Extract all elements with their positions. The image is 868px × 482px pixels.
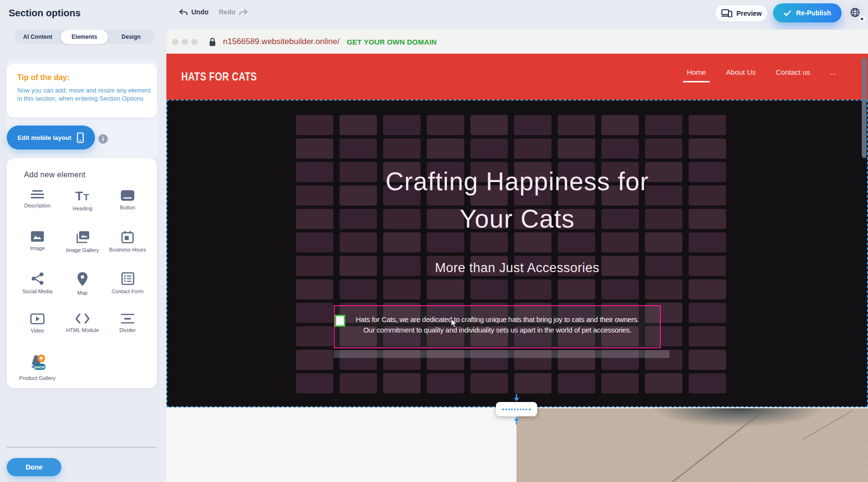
browser-dot bbox=[191, 39, 198, 45]
redo-button[interactable]: Redo bbox=[219, 8, 248, 16]
hero-tile bbox=[383, 115, 421, 135]
tab-design[interactable]: Design bbox=[108, 30, 154, 44]
element-item-image-gallery[interactable]: Image Gallery bbox=[60, 229, 105, 270]
hero-tile bbox=[601, 138, 639, 159]
selected-paragraph-element[interactable]: Hats for Cats, we are dedicated to craft… bbox=[334, 305, 661, 348]
element-grid: Description T T Heading Button Image bbox=[15, 188, 150, 394]
hero-tile bbox=[427, 115, 464, 135]
hero-tile bbox=[427, 373, 464, 393]
page-title: Section options bbox=[9, 8, 81, 19]
hero-subheading[interactable]: More than Just Accessories bbox=[167, 261, 867, 275]
element-item-html-module[interactable]: HTML Module bbox=[60, 311, 105, 353]
undo-button[interactable]: Undo bbox=[178, 8, 209, 16]
nav-home[interactable]: Home bbox=[685, 68, 708, 76]
tab-elements[interactable]: Elements bbox=[61, 30, 107, 44]
html-code-icon bbox=[75, 313, 90, 324]
preview-button[interactable]: Preview bbox=[715, 4, 768, 22]
section-options-tabs: AI Content Elements Design bbox=[14, 30, 154, 44]
get-domain-link[interactable]: GET YOUR OWN DOMAIN bbox=[347, 38, 437, 46]
edit-mobile-layout-button[interactable]: Edit mobile layout bbox=[7, 126, 95, 149]
product-gallery-icon: SHOP bbox=[28, 355, 47, 372]
hero-section-selected[interactable]: Crafting Happiness for Your Cats More th… bbox=[166, 100, 868, 407]
globe-status-dot bbox=[859, 16, 865, 22]
hero-tile bbox=[601, 115, 639, 135]
paragraph-line2: Our commitment to quality and individual… bbox=[335, 325, 660, 335]
element-item-video[interactable]: Video bbox=[15, 311, 60, 353]
hero-tile bbox=[340, 138, 377, 159]
selection-resize-handle[interactable] bbox=[335, 315, 345, 327]
site-logo[interactable]: HATS FOR CATS bbox=[181, 70, 257, 83]
social-media-icon bbox=[31, 272, 44, 285]
button-icon bbox=[120, 190, 135, 201]
element-item-map[interactable]: Map bbox=[60, 270, 105, 311]
language-globe-button[interactable] bbox=[846, 3, 864, 22]
tip-of-the-day-card: Tip of the day: Now you can add, move an… bbox=[7, 64, 157, 117]
image-icon bbox=[31, 231, 44, 242]
hero-heading-line2: Your Cats bbox=[167, 200, 867, 238]
description-icon bbox=[30, 190, 45, 199]
element-item-contact-form[interactable]: Contact Form bbox=[105, 270, 150, 311]
hero-tile bbox=[514, 138, 551, 159]
hero-tile bbox=[689, 326, 726, 346]
edit-mobile-layout-label: Edit mobile layout bbox=[18, 134, 71, 141]
image-gallery-icon bbox=[75, 231, 90, 244]
hero-tile bbox=[340, 279, 377, 299]
hero-tile bbox=[689, 373, 726, 393]
tip-body: Now you can add, move and resize any ele… bbox=[17, 86, 151, 103]
element-item-heading[interactable]: T T Heading bbox=[60, 188, 105, 229]
section-resize-handle[interactable] bbox=[496, 402, 537, 416]
globe-icon bbox=[849, 7, 861, 18]
browser-dot bbox=[172, 39, 178, 45]
hero-tile bbox=[470, 279, 508, 299]
hero-tile bbox=[514, 115, 551, 135]
element-item-social-media[interactable]: Social Media bbox=[15, 270, 60, 311]
hero-tile bbox=[383, 138, 421, 159]
element-item-description[interactable]: Description bbox=[15, 188, 60, 229]
heading-icon: T T bbox=[74, 190, 91, 202]
contact-form-icon bbox=[121, 272, 134, 285]
hero-tile bbox=[427, 279, 464, 299]
business-hours-icon bbox=[121, 231, 134, 243]
svg-text:T: T bbox=[75, 190, 83, 202]
element-item-image[interactable]: Image bbox=[15, 229, 60, 270]
shop-badge: SHOP bbox=[34, 365, 45, 369]
done-button[interactable]: Done bbox=[7, 458, 61, 476]
canvas-scrollbar-thumb[interactable] bbox=[862, 57, 867, 158]
redo-icon bbox=[239, 9, 248, 16]
site-nav: Home About Us Contact us ... bbox=[685, 68, 838, 76]
browser-chrome-bar: n1566589.websitebuilder.online/ GET YOUR… bbox=[166, 30, 868, 54]
hero-tile bbox=[689, 303, 726, 323]
hero-tile bbox=[427, 138, 464, 159]
check-icon bbox=[784, 10, 791, 16]
preview-label: Preview bbox=[737, 10, 762, 17]
hero-tile bbox=[340, 115, 377, 135]
element-item-business-hours[interactable]: Business Hours bbox=[105, 229, 150, 270]
element-item-divider[interactable]: Divider bbox=[105, 311, 150, 353]
divider-icon bbox=[120, 313, 135, 324]
hero-tile bbox=[558, 279, 595, 299]
element-item-product-gallery[interactable]: SHOP Product Gallery bbox=[15, 353, 60, 394]
tab-ai-content[interactable]: AI Content bbox=[14, 30, 61, 44]
hero-tile bbox=[470, 138, 508, 159]
hero-tile bbox=[514, 279, 551, 299]
nav-contact-us[interactable]: Contact us bbox=[774, 68, 812, 76]
hero-tile bbox=[689, 350, 726, 370]
browser-dot bbox=[182, 39, 188, 45]
nav-about-us[interactable]: About Us bbox=[724, 68, 758, 76]
republish-button[interactable]: Re-Publish bbox=[773, 3, 842, 23]
hero-tile bbox=[470, 115, 508, 135]
arrow-down-icon bbox=[513, 394, 520, 402]
hero-heading[interactable]: Crafting Happiness for Your Cats bbox=[167, 163, 867, 238]
hero-tile bbox=[689, 115, 726, 135]
hero-tile bbox=[296, 115, 333, 135]
hero-heading-line1: Crafting Happiness for bbox=[167, 163, 867, 200]
nav-more[interactable]: ... bbox=[828, 68, 838, 76]
hero-tile bbox=[470, 373, 508, 393]
site-url[interactable]: n1566589.websitebuilder.online/ bbox=[223, 37, 340, 46]
element-item-button[interactable]: Button bbox=[105, 188, 150, 229]
paragraph-line1: Hats for Cats, we are dedicated to craft… bbox=[335, 314, 660, 325]
tip-title: Tip of the day: bbox=[17, 73, 146, 82]
info-icon[interactable]: i bbox=[98, 134, 108, 144]
hero-tile bbox=[383, 279, 421, 299]
hero-tile bbox=[296, 303, 333, 323]
